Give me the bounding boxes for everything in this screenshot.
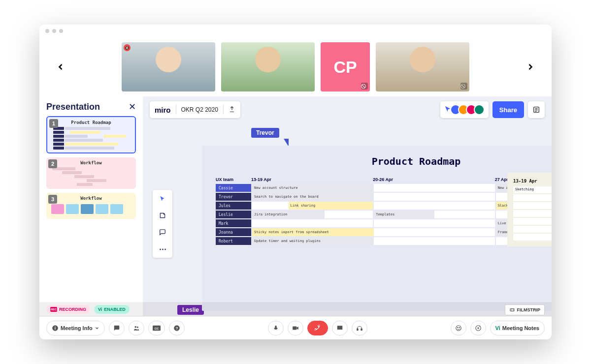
slide-title: Workflow xyxy=(49,196,133,201)
recording-pill[interactable]: REC RECORDING xyxy=(46,305,90,314)
slide-thumbnail[interactable]: 2 Workflow xyxy=(46,157,136,189)
video-placeholder xyxy=(221,42,315,91)
participant-tile[interactable] xyxy=(221,42,315,91)
roadmap-header-row: UX team 13-19 Apr 20-26 Apr 27 Apr - 3 M… xyxy=(216,177,552,182)
hangup-button[interactable] xyxy=(307,321,328,335)
slide-number: 2 xyxy=(48,159,57,168)
reactions-button[interactable] xyxy=(451,321,466,335)
roadmap-cell xyxy=(252,219,373,227)
roadmap-cell: Link sharing xyxy=(252,202,373,210)
meeting-info-label: Meeting Info xyxy=(61,325,93,331)
roadmap-cell: Search to navigate on the board xyxy=(252,193,373,201)
scroll-right-button[interactable] xyxy=(522,59,539,75)
svg-text:i: i xyxy=(55,326,56,330)
chevron-down-icon xyxy=(95,326,99,331)
export-icon[interactable] xyxy=(229,106,235,114)
row-name: Jules xyxy=(216,202,251,210)
collaborator-avatars[interactable] xyxy=(440,101,489,118)
more-tools[interactable]: ⋯ xyxy=(158,244,167,254)
comment-tool[interactable] xyxy=(158,227,167,237)
filmstrip-button[interactable]: FILMSTRIP xyxy=(505,304,545,315)
roadmap-cell: Update timer and waiting plugins xyxy=(252,237,373,245)
task-bar[interactable]: Search to navigate on the board xyxy=(252,193,373,201)
task-bar[interactable]: Link sharing xyxy=(289,202,373,210)
cc-button[interactable]: CC xyxy=(148,321,165,335)
remote-cursor-label: Trevor xyxy=(251,128,279,138)
share-button[interactable]: Share xyxy=(492,101,524,118)
camera-off-icon: ⃠ xyxy=(361,83,368,90)
slide-thumbnail[interactable]: 3 Workflow xyxy=(46,193,136,219)
secondary-frame[interactable]: 13-19 Apr Sketching Prototyping xyxy=(507,173,552,246)
col-header: 20-26 Apr xyxy=(373,177,494,182)
roadmap-row[interactable]: LeslieJira integrationTemplates xyxy=(216,211,552,218)
participants-button[interactable] xyxy=(129,321,144,335)
recording-label: RECORDING xyxy=(59,307,86,312)
slide-preview xyxy=(49,167,133,186)
task-bar[interactable]: Templates xyxy=(374,211,434,218)
col-header: 13-19 Apr xyxy=(513,179,552,183)
svg-rect-19 xyxy=(361,329,362,331)
participant-video-row: 🔇 CP ⃠ ⃠ xyxy=(39,37,552,96)
meeting-notes-button[interactable]: Vi Meeting Notes xyxy=(490,321,545,335)
svg-point-9 xyxy=(134,326,136,328)
roadmap-row[interactable]: TrevorSearch to navigate on the board xyxy=(216,193,552,201)
scroll-left-button[interactable] xyxy=(52,59,69,75)
chat-button[interactable] xyxy=(109,321,125,335)
slide-number: 3 xyxy=(48,195,57,204)
rec-badge-icon: REC xyxy=(50,307,57,312)
share-screen-button[interactable] xyxy=(332,321,348,335)
participant-initials: CP xyxy=(333,58,357,77)
audio-settings-button[interactable] xyxy=(352,321,367,335)
slide-thumbnail[interactable]: 1 Product Roadmap xyxy=(46,116,136,153)
frame-title: Product Roadmap xyxy=(216,155,552,167)
traffic-light-min[interactable] xyxy=(52,29,56,33)
roadmap-cell xyxy=(374,237,494,245)
camera-button[interactable] xyxy=(288,321,303,335)
participant-tile[interactable]: 🔇 xyxy=(122,42,215,91)
participant-tile-novideo[interactable]: CP ⃠ xyxy=(321,42,370,91)
roadmap-row[interactable]: MarkLive cursors xyxy=(216,219,552,227)
roadmap-row[interactable]: JoannaSticky notes import from spreadshe… xyxy=(216,228,552,236)
add-app-button[interactable] xyxy=(470,321,486,335)
slide-preview xyxy=(49,202,133,216)
roadmap-row[interactable]: JulesLink sharingSlack integration xyxy=(216,202,552,210)
miro-toolbar: ⋯ xyxy=(153,190,172,258)
roadmap-body: CassieNew account structureNew account s… xyxy=(216,184,552,245)
board-menu-button[interactable] xyxy=(528,101,545,118)
presentation-sidebar: Presentation ✕ 1 Product Roadmap 2 Workf… xyxy=(39,96,143,316)
meeting-info-button[interactable]: i Meeting Info xyxy=(46,321,105,335)
vi-label: ENABLED xyxy=(104,307,126,312)
col-header: 13-19 Apr xyxy=(251,177,373,182)
roadmap-frame[interactable]: Product Roadmap UX team 13-19 Apr 20-26 … xyxy=(202,146,552,311)
task-bar[interactable]: New account structure xyxy=(252,184,373,192)
task-bar[interactable]: Jira integration xyxy=(252,211,325,218)
mute-button[interactable] xyxy=(268,321,284,335)
svg-point-20 xyxy=(456,325,461,331)
svg-rect-18 xyxy=(357,329,358,331)
close-sidebar-button[interactable]: ✕ xyxy=(129,101,136,112)
sticky-note-tool[interactable] xyxy=(158,211,167,220)
row-name: Leslie xyxy=(216,211,251,218)
traffic-light-close[interactable] xyxy=(45,29,49,33)
select-tool[interactable] xyxy=(158,194,167,204)
board-name[interactable]: OKR Q2 2020 xyxy=(181,106,218,113)
camera-off-icon: ⃠ xyxy=(460,83,467,90)
row-name: Robert xyxy=(216,237,251,245)
traffic-light-max[interactable] xyxy=(59,29,63,33)
row-name: Joanna xyxy=(216,228,251,236)
slide-title: Workflow xyxy=(49,160,133,165)
svg-text:?: ? xyxy=(175,326,178,330)
roadmap-cell: Sticky notes import from spreadsheet xyxy=(252,228,373,236)
roadmap-row[interactable]: RobertUpdate timer and waiting plugins xyxy=(216,237,552,245)
vi-badge-icon: Vi xyxy=(495,325,500,331)
roadmap-row[interactable]: CassieNew account structureNew account s… xyxy=(216,184,552,192)
vi-pill[interactable]: Vi ENABLED xyxy=(94,305,130,314)
vi-badge-icon: Vi xyxy=(98,307,102,312)
help-button[interactable]: ? xyxy=(169,321,185,335)
status-bar: REC RECORDING Vi ENABLED FILMSTRIP xyxy=(39,302,552,317)
video-placeholder xyxy=(376,42,469,91)
slide-preview xyxy=(50,126,132,150)
svg-point-22 xyxy=(459,327,460,328)
slide-number: 1 xyxy=(49,119,58,128)
participant-tile[interactable]: ⃠ xyxy=(376,42,469,91)
